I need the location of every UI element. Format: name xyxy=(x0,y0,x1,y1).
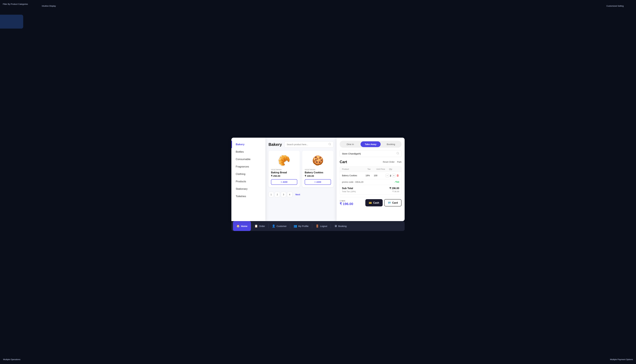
promo-row: promo code - DEAL20 - ₹40 xyxy=(340,179,401,185)
subtotal-section: Sub Total ₹ 196.00 Total Tax (18%) ₹ 36.… xyxy=(340,185,401,194)
cash-button[interactable]: 💳 Cash xyxy=(365,199,383,206)
svg-line-3 xyxy=(398,154,399,154)
page-2-button[interactable]: 2 xyxy=(275,192,280,197)
nav-customer-label: Customer xyxy=(276,225,287,228)
nav-order[interactable]: 📋 Order xyxy=(251,221,268,231)
tax-row: Total Tax (18%) ₹ 36.00 xyxy=(342,190,399,193)
tax-amount: ₹ 36.00 xyxy=(392,190,399,193)
delete-item-button[interactable]: 🗑 xyxy=(396,174,399,177)
nav-logout-label: Logout xyxy=(320,225,327,228)
cart-table-row: Bakery Cookies 18% 100 − 2 + 🗑 xyxy=(340,172,401,179)
checkout-amount: ₹ 196.00 xyxy=(340,202,353,206)
col-unit-price: Unit Price xyxy=(376,168,389,170)
checkout-total: 1 Item ₹ 196.00 xyxy=(340,200,353,206)
nav-customer[interactable]: 👤 Customer xyxy=(268,221,290,231)
subtotal-label: Sub Total xyxy=(342,187,353,190)
sidebar-item-stationary[interactable]: Stationary xyxy=(231,185,265,193)
cash-label: Cash xyxy=(373,202,379,204)
sidebar-item-consumable[interactable]: Consumable xyxy=(231,156,265,163)
store-input[interactable] xyxy=(342,152,395,155)
checkout-section: 1 Item ₹ 196.00 💳 Cash 🪪 Card xyxy=(340,197,402,206)
store-search[interactable] xyxy=(340,150,402,157)
background-card xyxy=(0,15,23,28)
tab-take-away[interactable]: Take Away xyxy=(361,141,381,147)
product-card-bread: 🥐 VEGETARIAN Baking Bread ₹ 250.00 + ADD xyxy=(268,151,300,187)
reset-order-button[interactable]: Reset Order xyxy=(383,161,395,163)
product-tag-bread: VEGETARIAN xyxy=(271,169,282,170)
qty-increase-button[interactable]: + xyxy=(392,174,396,177)
checkout-items-count: 1 Item xyxy=(340,200,353,202)
nav-booking[interactable]: 🖥 Booking xyxy=(331,221,350,231)
annotation-multiple-pay: Multiple Payment Options xyxy=(610,358,633,361)
product-image-bread: 🥐 xyxy=(276,154,293,167)
qty-decrease-button[interactable]: − xyxy=(386,174,389,177)
tab-dine-in[interactable]: Dine in xyxy=(340,141,360,147)
page-3-button[interactable]: 3 xyxy=(281,192,286,197)
sidebar-item-fragrances[interactable]: Fragrances xyxy=(231,163,265,170)
annotation-customized: Customized Selling xyxy=(606,5,624,8)
svg-point-0 xyxy=(329,143,331,145)
sidebar-item-clothing[interactable]: Clothing xyxy=(231,170,265,178)
tab-booking[interactable]: Booking xyxy=(381,141,401,147)
search-input[interactable] xyxy=(287,143,327,146)
product-tag-cookies: VEGETARIAN xyxy=(305,169,315,170)
product-price-cookies: ₹ 100.00 xyxy=(305,174,314,177)
qty-value: 2 xyxy=(390,174,391,177)
sidebar-item-toiletries[interactable]: Toiletries xyxy=(231,193,265,200)
product-image-cookies: 🍪 xyxy=(309,154,326,167)
page-4-button[interactable]: 4 xyxy=(287,192,292,197)
col-qty: Qty xyxy=(389,168,399,170)
page-1-button[interactable]: 1 xyxy=(268,192,274,197)
cash-icon: 💳 xyxy=(369,201,372,204)
cart-title: Cart xyxy=(340,160,347,164)
products-header: Bakery xyxy=(268,141,334,148)
tax-label: Total Tax (18%) xyxy=(342,190,356,193)
nav-order-label: Order xyxy=(259,225,265,228)
sidebar: Bakery Bottles Consumable Fragrances Clo… xyxy=(231,138,265,221)
subtotal-amount: ₹ 196.00 xyxy=(390,187,399,190)
customer-icon: 👤 xyxy=(272,224,275,228)
qty-control: − 2 + 🗑 xyxy=(386,174,399,177)
col-product: Product xyxy=(342,168,367,170)
cart-table-header: Product Tax Unit Price Qty xyxy=(340,166,401,172)
sidebar-item-bottles[interactable]: Bottles xyxy=(231,148,265,156)
annotation-filter: Filter By Product Categories xyxy=(3,3,28,6)
next-page-button[interactable]: Next xyxy=(293,193,302,196)
store-search-icon xyxy=(396,152,399,155)
cart-item-price: 100 xyxy=(374,174,386,177)
add-cookies-button[interactable]: + ADD xyxy=(305,179,331,185)
logout-icon: 🚪 xyxy=(315,224,319,228)
sidebar-item-bakery[interactable]: Bakery xyxy=(231,141,265,148)
annotation-multiple-ops: Multiple Operations xyxy=(3,358,21,361)
profile-icon: 👥 xyxy=(293,224,297,228)
subtotal-row: Sub Total ₹ 196.00 xyxy=(342,187,399,190)
bottom-nav: 🏠 Home 📋 Order 👤 Customer 👥 My Profile 🚪… xyxy=(231,221,405,231)
cart-panel: Dine in Take Away Booking Cart Reset Ord… xyxy=(337,138,405,221)
nav-profile-label: My Profile xyxy=(298,225,308,228)
nav-home[interactable]: 🏠 Home xyxy=(233,221,251,231)
payment-buttons: 💳 Cash 🪪 Card xyxy=(365,199,402,206)
promo-discount: - ₹40 xyxy=(394,181,399,183)
add-bread-button[interactable]: + ADD xyxy=(271,179,297,185)
search-box[interactable] xyxy=(284,141,334,148)
cookies-icon: 🍪 xyxy=(312,155,324,166)
annotation-intuitive: Intuitive Display xyxy=(42,5,56,8)
svg-line-1 xyxy=(330,144,331,145)
cart-header: Cart Reset Order Park xyxy=(340,160,402,164)
card-button[interactable]: 🪪 Card xyxy=(384,199,402,206)
product-card-cookies: 🍪 VEGETARIAN Bakery Cookies ₹ 100.00 + A… xyxy=(302,151,334,187)
products-grid: 🥐 VEGETARIAN Baking Bread ₹ 250.00 + ADD… xyxy=(268,151,334,187)
bread-icon: 🥐 xyxy=(278,155,290,166)
sidebar-item-products[interactable]: Products xyxy=(231,178,265,185)
product-name-bread: Baking Bread xyxy=(271,171,287,174)
order-icon: 📋 xyxy=(254,224,258,228)
pagination: 1 2 3 4 Next xyxy=(268,190,334,199)
nav-booking-label: Booking xyxy=(338,225,347,228)
nav-my-profile[interactable]: 👥 My Profile xyxy=(290,221,312,231)
card-label: Card xyxy=(392,202,398,204)
cart-item-tax: 18% xyxy=(366,174,374,177)
main-wrapper: Bakery Bottles Consumable Fragrances Clo… xyxy=(231,138,405,221)
park-button[interactable]: Park xyxy=(397,161,402,163)
nav-logout[interactable]: 🚪 Logout xyxy=(312,221,331,231)
search-icon xyxy=(328,143,331,146)
